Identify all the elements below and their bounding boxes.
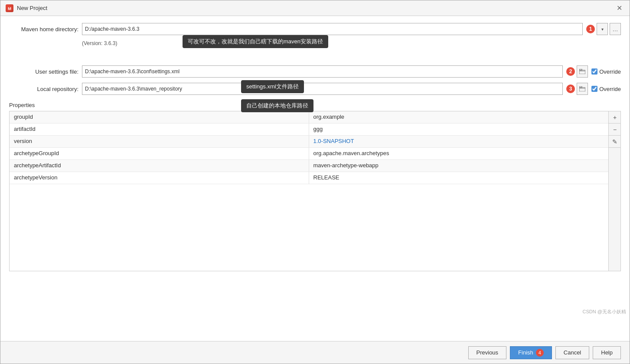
maven-home-dropdown-button[interactable]: ▾	[597, 23, 608, 35]
properties-table-container: groupId org.example artifactId ggg versi…	[9, 111, 609, 271]
settings-file-input[interactable]	[82, 65, 563, 78]
prop-key: archetypeVersion	[10, 172, 309, 184]
prop-value: org.apache.maven.archetypes	[309, 148, 609, 159]
table-row[interactable]: version 1.0-SNAPSHOT	[10, 136, 608, 148]
content-area: Maven home directory: 1 ▾ … (Version: 3.…	[0, 16, 630, 341]
maven-version-text: (Version: 3.6.3)	[82, 40, 621, 46]
properties-table-wrap: groupId org.example artifactId ggg versi…	[9, 111, 621, 271]
table-row[interactable]: archetypeGroupId org.apache.maven.archet…	[10, 148, 608, 160]
properties-title: Properties	[9, 102, 621, 108]
table-row[interactable]: artifactId ggg	[10, 124, 608, 136]
edit-property-button[interactable]: ✎	[609, 136, 621, 148]
local-repo-input-wrap: 3	[82, 83, 588, 95]
maven-home-label: Maven home directory:	[9, 26, 78, 32]
maven-home-row: Maven home directory: 1 ▾ …	[9, 23, 621, 35]
properties-section: Properties groupId org.example artifactI…	[9, 102, 621, 271]
maven-home-input[interactable]	[82, 23, 583, 35]
local-repo-row: Local repository: 3 Override	[9, 83, 621, 95]
remove-property-button[interactable]: −	[609, 124, 621, 136]
app-icon: M	[6, 4, 13, 12]
properties-sidebar: + − ✎	[609, 111, 621, 271]
footer: Previous Finish 4 Cancel Help	[0, 341, 630, 364]
prop-value: 1.0-SNAPSHOT	[309, 136, 609, 147]
finish-badge: 4	[536, 349, 544, 357]
prop-value: RELEASE	[309, 172, 609, 184]
add-property-button[interactable]: +	[609, 111, 621, 124]
prop-key: archetypeGroupId	[10, 148, 309, 159]
maven-home-browse-button[interactable]: …	[610, 23, 621, 35]
table-row[interactable]: groupId org.example	[10, 111, 608, 124]
svg-text:M: M	[8, 6, 11, 11]
svg-rect-4	[579, 88, 585, 91]
prop-key: artifactId	[10, 124, 309, 135]
local-repo-browse-button[interactable]	[577, 83, 588, 95]
repo-override-checkbox[interactable]	[591, 86, 597, 92]
finish-button[interactable]: Finish 4	[510, 346, 552, 359]
local-repo-label: Local repository:	[9, 86, 78, 92]
close-button[interactable]: ✕	[614, 3, 624, 13]
svg-rect-3	[580, 69, 582, 70]
title-bar-left: M New Project	[6, 4, 47, 12]
prop-value: ggg	[309, 124, 609, 135]
svg-rect-2	[579, 70, 585, 74]
table-row[interactable]: archetypeArtifactId maven-archetype-weba…	[10, 160, 608, 172]
badge-1: 1	[586, 25, 595, 33]
watermark: CSDN @无名小妖精	[583, 309, 626, 315]
repo-override-label: Override	[599, 86, 621, 92]
settings-override-label: Override	[599, 68, 621, 75]
prop-key: archetypeArtifactId	[10, 160, 309, 172]
finish-label: Finish	[518, 349, 533, 356]
svg-rect-5	[580, 86, 582, 88]
settings-override-wrap: Override	[591, 68, 621, 75]
prop-key: groupId	[10, 111, 309, 123]
prop-value: maven-archetype-webapp	[309, 160, 609, 172]
properties-rows: groupId org.example artifactId ggg versi…	[10, 111, 608, 184]
settings-file-label: User settings file:	[9, 68, 78, 75]
settings-file-browse-button[interactable]	[577, 65, 588, 78]
new-project-dialog: M New Project ✕ Maven home directory: 1 …	[0, 0, 630, 364]
table-row[interactable]: archetypeVersion RELEASE	[10, 172, 608, 184]
repo-override-wrap: Override	[591, 86, 621, 92]
local-repo-input[interactable]	[82, 83, 563, 95]
badge-2: 2	[566, 67, 575, 76]
previous-button[interactable]: Previous	[468, 346, 507, 359]
properties-empty-area	[10, 184, 608, 271]
help-button[interactable]: Help	[593, 346, 621, 359]
maven-home-input-wrap: 1 ▾ …	[82, 23, 621, 35]
badge-3: 3	[566, 84, 575, 93]
settings-file-row: User settings file: 2 Override	[9, 65, 621, 78]
cancel-button[interactable]: Cancel	[555, 346, 589, 359]
title-bar: M New Project ✕	[0, 0, 630, 16]
prop-value: org.example	[309, 111, 609, 123]
settings-file-input-wrap: 2	[82, 65, 588, 78]
dialog-title: New Project	[17, 5, 47, 11]
settings-override-checkbox[interactable]	[591, 68, 597, 75]
prop-key: version	[10, 136, 309, 147]
